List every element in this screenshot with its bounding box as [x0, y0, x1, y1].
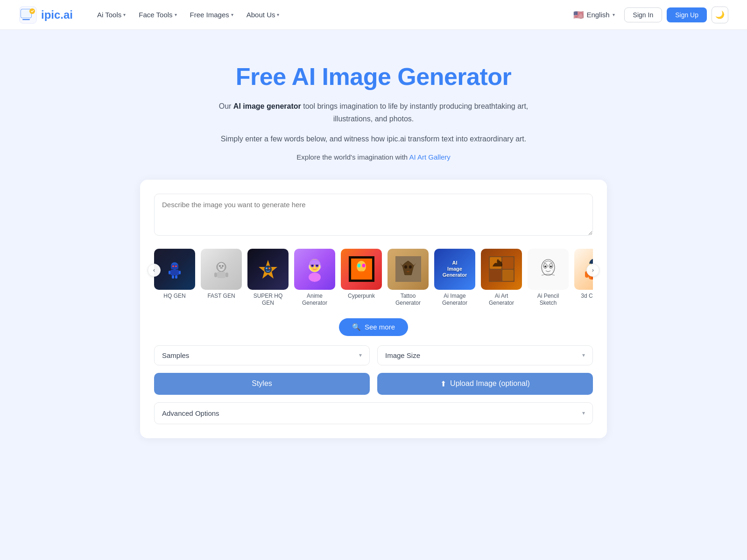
sign-up-button[interactable]: Sign Up: [667, 7, 707, 22]
upload-label: Upload Image (optional): [450, 379, 530, 388]
svg-rect-6: [22, 19, 30, 20]
style-ai-art-generator[interactable]: Ai ArtGenerator: [481, 249, 522, 307]
svg-point-33: [316, 265, 318, 266]
style-ai-pencil-sketch[interactable]: Ai PencilSketch: [528, 249, 569, 307]
search-icon: 🔍: [352, 323, 361, 331]
svg-point-25: [264, 266, 272, 273]
style-anime[interactable]: AnimeGenerator: [294, 249, 335, 307]
svg-point-51: [544, 266, 546, 267]
svg-point-27: [268, 267, 270, 269]
chevron-left-icon: ‹: [153, 267, 155, 273]
style-fast-gen[interactable]: FAST GEN: [201, 249, 242, 307]
svg-rect-11: [170, 270, 179, 275]
style-cyberpunk[interactable]: Cyperpunk: [341, 249, 382, 307]
language-label: English: [586, 11, 609, 19]
style-label: Ai PencilSketch: [528, 293, 569, 307]
svg-rect-46: [490, 270, 501, 281]
nav-face-tools[interactable]: Face Tools ▾: [133, 7, 182, 22]
image-size-dropdown[interactable]: Image Size ▾: [377, 345, 593, 365]
svg-point-48: [542, 259, 555, 275]
ai-image-overlay-text: AIImageGenerator: [443, 260, 467, 279]
prompt-input[interactable]: [154, 194, 593, 236]
carousel-next-button[interactable]: ›: [586, 264, 599, 277]
style-tattoo[interactable]: TattooGenerator: [388, 249, 429, 307]
chevron-down-icon: ▾: [359, 352, 362, 358]
language-selector[interactable]: 🇺🇸 English ▾: [569, 6, 619, 24]
style-label: Ai ArtGenerator: [481, 293, 522, 307]
ai-art-gallery-link[interactable]: AI Art Gallery: [409, 153, 450, 161]
generator-card: ‹: [140, 180, 607, 438]
carousel-prev-button[interactable]: ‹: [148, 264, 161, 277]
svg-rect-15: [175, 275, 177, 279]
samples-label: Samples: [162, 351, 189, 359]
style-ai-image-generator[interactable]: AIImageGenerator Ai ImageGenerator: [434, 249, 475, 307]
svg-point-18: [219, 265, 221, 267]
style-carousel: ‹: [154, 247, 593, 309]
hero-sub: Explore the world's imagination with AI …: [9, 153, 738, 161]
moon-icon: 🌙: [715, 10, 725, 19]
image-size-label: Image Size: [385, 351, 420, 359]
svg-rect-9: [172, 266, 174, 267]
hero-description: Our AI image generator tool brings imagi…: [210, 100, 537, 125]
style-label: SUPER HQGEN: [247, 293, 289, 307]
chevron-down-icon: ▾: [123, 12, 126, 17]
chevron-right-icon: ›: [592, 267, 594, 273]
options-row: Samples ▾ Image Size ▾: [154, 345, 593, 365]
see-more-label: See more: [365, 323, 395, 331]
svg-rect-10: [175, 266, 177, 267]
hero-section: Free AI Image Generator Our AI image gen…: [0, 30, 747, 180]
svg-rect-12: [169, 271, 170, 274]
hero-description-2: Simply enter a few words below, and witn…: [210, 133, 537, 145]
svg-point-32: [311, 265, 313, 266]
navbar: ipic.ai Ai Tools ▾ Face Tools ▾ Free Ima…: [0, 0, 747, 30]
style-label: Cyperpunk: [341, 293, 382, 300]
chevron-down-icon: ▾: [231, 12, 233, 17]
svg-point-52: [550, 266, 552, 267]
svg-rect-14: [172, 275, 174, 279]
logo-text: ipic.ai: [41, 8, 73, 21]
style-label: FAST GEN: [201, 293, 242, 300]
upload-icon: ⬆: [440, 379, 446, 388]
nav-ai-tools[interactable]: Ai Tools ▾: [92, 7, 131, 22]
chevron-down-icon: ▾: [613, 12, 615, 17]
style-super-hq-gen[interactable]: SUPER HQGEN: [247, 249, 289, 307]
samples-dropdown[interactable]: Samples ▾: [154, 345, 370, 365]
see-more-section: 🔍 See more: [154, 318, 593, 336]
svg-line-54: [543, 269, 543, 272]
advanced-options-section[interactable]: Advanced Options ▾: [154, 402, 593, 424]
hero-bold-text: AI image generator: [233, 102, 301, 110]
chevron-down-icon: ▾: [582, 410, 585, 416]
upload-button[interactable]: ⬆ Upload Image (optional): [377, 373, 593, 395]
style-3d-cartoon[interactable]: 3d Cartoon: [574, 249, 593, 307]
nav-about-us[interactable]: About Us ▾: [241, 7, 285, 22]
svg-point-42: [409, 266, 412, 269]
svg-rect-13: [179, 271, 181, 274]
chevron-down-icon: ▾: [277, 12, 279, 17]
svg-point-20: [220, 267, 223, 268]
carousel-track: HQ GEN: [154, 247, 593, 309]
nav-links: Ai Tools ▾ Face Tools ▾ Free Images ▾ Ab…: [92, 7, 569, 22]
svg-point-38: [357, 264, 360, 267]
style-label: TattooGenerator: [388, 293, 429, 307]
style-label: HQ GEN: [154, 293, 195, 300]
action-row: Styles ⬆ Upload Image (optional): [154, 373, 593, 395]
style-hq-gen[interactable]: HQ GEN: [154, 249, 195, 307]
chevron-down-icon: ▾: [582, 352, 585, 358]
styles-button[interactable]: Styles: [154, 373, 370, 395]
svg-rect-4: [21, 10, 31, 17]
sign-in-button[interactable]: Sign In: [624, 7, 662, 22]
svg-point-26: [266, 267, 268, 269]
svg-rect-47: [502, 270, 514, 281]
theme-toggle-button[interactable]: 🌙: [712, 7, 728, 23]
svg-line-56: [552, 269, 553, 272]
chevron-down-icon: ▾: [175, 12, 177, 17]
style-label: AnimeGenerator: [294, 293, 335, 307]
svg-point-17: [218, 263, 225, 271]
logo[interactable]: ipic.ai: [19, 6, 73, 24]
see-more-button[interactable]: 🔍 See more: [339, 318, 408, 336]
advanced-options-label: Advanced Options: [162, 409, 219, 417]
svg-rect-21: [217, 272, 226, 278]
svg-point-34: [309, 273, 321, 282]
svg-point-41: [404, 266, 407, 269]
nav-free-images[interactable]: Free Images ▾: [184, 7, 239, 22]
